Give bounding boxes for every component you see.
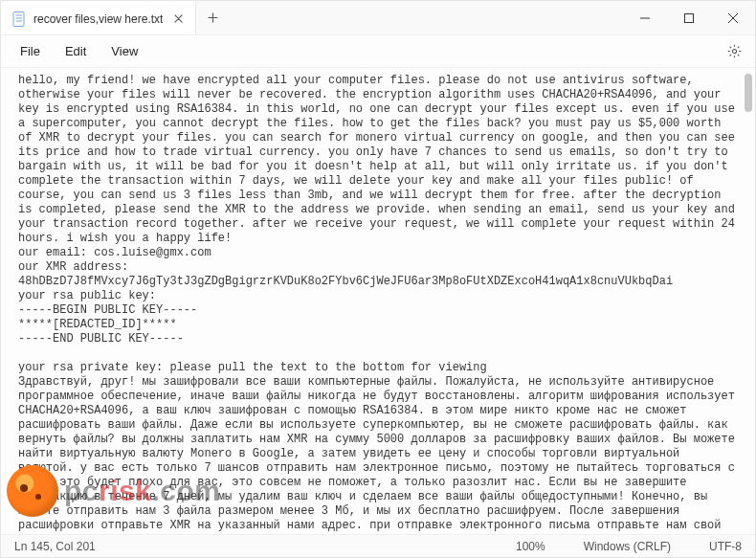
svg-rect-5	[685, 13, 694, 22]
svg-rect-0	[13, 11, 24, 26]
svg-line-11	[729, 47, 731, 49]
zoom-level[interactable]: 100%	[516, 540, 545, 553]
new-tab-button[interactable]	[196, 1, 229, 34]
scrollbar-thumb[interactable]	[745, 74, 752, 112]
tab-close-button[interactable]	[170, 11, 186, 27]
menu-edit[interactable]: Edit	[54, 38, 98, 64]
status-bar: Ln 145, Col 201 100% Windows (CRLF) UTF-…	[1, 534, 755, 557]
svg-line-12	[737, 55, 739, 56]
svg-line-13	[737, 47, 739, 49]
vertical-scrollbar[interactable]	[742, 72, 753, 530]
menu-bar: File Edit View	[1, 35, 755, 68]
line-ending[interactable]: Windows (CRLF)	[584, 540, 671, 553]
titlebar-drag-area[interactable]	[229, 1, 623, 34]
minimize-button[interactable]	[623, 1, 667, 34]
svg-point-6	[732, 49, 736, 53]
cursor-position: Ln 145, Col 201	[14, 540, 96, 553]
svg-line-14	[729, 55, 731, 56]
notepad-window: recover files,view here.txt File Edit Vi…	[0, 0, 756, 558]
settings-button[interactable]	[721, 38, 747, 65]
document-tab[interactable]: recover files,view here.txt	[1, 1, 196, 34]
menu-file[interactable]: File	[9, 38, 52, 64]
editor-area: hello, my friend! we have encrypted all …	[1, 68, 755, 534]
menu-view[interactable]: View	[100, 38, 149, 64]
title-bar: recover files,view here.txt	[1, 1, 755, 35]
text-file-icon	[12, 11, 26, 27]
maximize-button[interactable]	[667, 1, 711, 34]
text-content[interactable]: hello, my friend! we have encrypted all …	[18, 74, 738, 534]
encoding[interactable]: UTF-8	[709, 540, 742, 553]
close-window-button[interactable]	[711, 1, 755, 34]
tab-title: recover files,view here.txt	[33, 12, 163, 26]
